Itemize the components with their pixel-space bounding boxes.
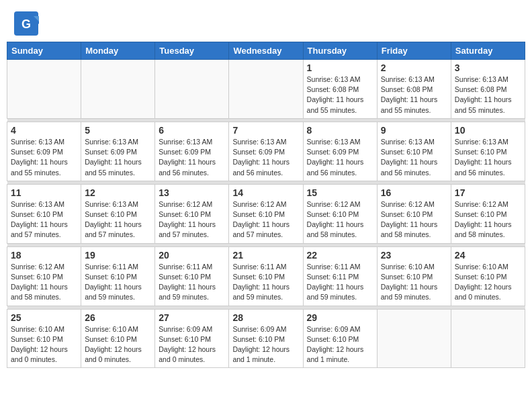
day-header-thursday: Thursday	[303, 42, 377, 60]
day-info: Sunrise: 6:13 AM Sunset: 6:08 PM Dayligh…	[381, 75, 447, 116]
calendar-cell: 14Sunrise: 6:12 AM Sunset: 6:10 PM Dayli…	[229, 184, 303, 243]
calendar-cell: 8Sunrise: 6:13 AM Sunset: 6:09 PM Daylig…	[303, 122, 377, 181]
day-info: Sunrise: 6:13 AM Sunset: 6:09 PM Dayligh…	[85, 137, 151, 178]
calendar-cell: 18Sunrise: 6:12 AM Sunset: 6:10 PM Dayli…	[7, 246, 81, 306]
day-info: Sunrise: 6:13 AM Sunset: 6:08 PM Dayligh…	[455, 75, 521, 116]
calendar-cell: 5Sunrise: 6:13 AM Sunset: 6:09 PM Daylig…	[81, 122, 155, 181]
calendar-header-row: SundayMondayTuesdayWednesdayThursdayFrid…	[7, 42, 525, 60]
day-info: Sunrise: 6:12 AM Sunset: 6:10 PM Dayligh…	[381, 199, 447, 240]
calendar-cell: 16Sunrise: 6:12 AM Sunset: 6:10 PM Dayli…	[377, 184, 451, 243]
calendar-cell: 6Sunrise: 6:13 AM Sunset: 6:09 PM Daylig…	[155, 122, 229, 181]
calendar-cell: 24Sunrise: 6:10 AM Sunset: 6:10 PM Dayli…	[451, 246, 525, 306]
calendar-cell	[377, 309, 451, 368]
day-number: 9	[381, 125, 447, 136]
calendar-cell	[451, 309, 525, 368]
day-info: Sunrise: 6:10 AM Sunset: 6:10 PM Dayligh…	[455, 262, 521, 303]
week-row-4: 18Sunrise: 6:12 AM Sunset: 6:10 PM Dayli…	[7, 246, 525, 306]
calendar-cell: 26Sunrise: 6:10 AM Sunset: 6:10 PM Dayli…	[81, 309, 155, 368]
day-number: 19	[85, 250, 151, 261]
calendar-cell: 12Sunrise: 6:13 AM Sunset: 6:10 PM Dayli…	[81, 184, 155, 243]
calendar-cell: 9Sunrise: 6:13 AM Sunset: 6:10 PM Daylig…	[377, 122, 451, 181]
calendar-cell: 11Sunrise: 6:13 AM Sunset: 6:10 PM Dayli…	[7, 184, 81, 243]
day-number: 15	[307, 187, 373, 198]
svg-text:G: G	[21, 17, 31, 31]
day-header-wednesday: Wednesday	[229, 42, 303, 60]
calendar-cell: 29Sunrise: 6:09 AM Sunset: 6:10 PM Dayli…	[303, 309, 377, 368]
calendar-cell: 23Sunrise: 6:10 AM Sunset: 6:10 PM Dayli…	[377, 246, 451, 306]
day-info: Sunrise: 6:13 AM Sunset: 6:10 PM Dayligh…	[11, 199, 77, 240]
calendar-cell: 2Sunrise: 6:13 AM Sunset: 6:08 PM Daylig…	[377, 60, 451, 119]
day-info: Sunrise: 6:10 AM Sunset: 6:10 PM Dayligh…	[381, 262, 447, 303]
day-info: Sunrise: 6:09 AM Sunset: 6:10 PM Dayligh…	[159, 324, 225, 365]
calendar-cell: 13Sunrise: 6:12 AM Sunset: 6:10 PM Dayli…	[155, 184, 229, 243]
day-info: Sunrise: 6:09 AM Sunset: 6:10 PM Dayligh…	[307, 324, 373, 365]
day-number: 18	[11, 250, 77, 261]
week-row-5: 25Sunrise: 6:10 AM Sunset: 6:10 PM Dayli…	[7, 309, 525, 368]
calendar-cell: 28Sunrise: 6:09 AM Sunset: 6:10 PM Dayli…	[229, 309, 303, 368]
day-number: 13	[159, 187, 225, 198]
day-number: 7	[232, 125, 299, 136]
week-row-2: 4Sunrise: 6:13 AM Sunset: 6:09 PM Daylig…	[7, 122, 525, 181]
day-number: 2	[381, 62, 447, 73]
day-info: Sunrise: 6:09 AM Sunset: 6:10 PM Dayligh…	[232, 324, 299, 365]
day-number: 20	[159, 250, 225, 261]
day-info: Sunrise: 6:12 AM Sunset: 6:10 PM Dayligh…	[232, 199, 299, 240]
calendar-cell: 15Sunrise: 6:12 AM Sunset: 6:10 PM Dayli…	[303, 184, 377, 243]
day-number: 29	[307, 312, 373, 323]
day-info: Sunrise: 6:13 AM Sunset: 6:10 PM Dayligh…	[455, 137, 521, 178]
calendar-cell: 3Sunrise: 6:13 AM Sunset: 6:08 PM Daylig…	[451, 60, 525, 119]
day-number: 21	[232, 250, 299, 261]
day-info: Sunrise: 6:13 AM Sunset: 6:09 PM Dayligh…	[159, 137, 225, 178]
day-number: 14	[232, 187, 299, 198]
day-number: 23	[381, 250, 447, 261]
day-header-friday: Friday	[377, 42, 451, 60]
page-header: G	[0, 0, 532, 39]
calendar-cell: 1Sunrise: 6:13 AM Sunset: 6:08 PM Daylig…	[303, 60, 377, 119]
logo: G	[13, 11, 42, 36]
day-info: Sunrise: 6:13 AM Sunset: 6:10 PM Dayligh…	[381, 137, 447, 178]
calendar-table: SundayMondayTuesdayWednesdayThursdayFrid…	[7, 42, 525, 368]
day-number: 1	[307, 62, 373, 73]
calendar-cell: 20Sunrise: 6:11 AM Sunset: 6:10 PM Dayli…	[155, 246, 229, 306]
day-info: Sunrise: 6:11 AM Sunset: 6:10 PM Dayligh…	[232, 262, 299, 303]
calendar-cell: 21Sunrise: 6:11 AM Sunset: 6:10 PM Dayli…	[229, 246, 303, 306]
day-number: 3	[455, 62, 521, 73]
day-header-tuesday: Tuesday	[155, 42, 229, 60]
day-info: Sunrise: 6:12 AM Sunset: 6:10 PM Dayligh…	[159, 199, 225, 240]
day-header-sunday: Sunday	[7, 42, 81, 60]
day-info: Sunrise: 6:12 AM Sunset: 6:10 PM Dayligh…	[307, 199, 373, 240]
day-number: 26	[85, 312, 151, 323]
day-info: Sunrise: 6:13 AM Sunset: 6:09 PM Dayligh…	[232, 137, 299, 178]
calendar-cell: 7Sunrise: 6:13 AM Sunset: 6:09 PM Daylig…	[229, 122, 303, 181]
day-number: 24	[455, 250, 521, 261]
calendar-cell	[229, 60, 303, 119]
week-row-3: 11Sunrise: 6:13 AM Sunset: 6:10 PM Dayli…	[7, 184, 525, 243]
day-info: Sunrise: 6:11 AM Sunset: 6:10 PM Dayligh…	[85, 262, 151, 303]
day-number: 27	[159, 312, 225, 323]
day-info: Sunrise: 6:13 AM Sunset: 6:09 PM Dayligh…	[11, 137, 77, 178]
calendar-cell: 4Sunrise: 6:13 AM Sunset: 6:09 PM Daylig…	[7, 122, 81, 181]
calendar-cell: 22Sunrise: 6:11 AM Sunset: 6:11 PM Dayli…	[303, 246, 377, 306]
day-number: 28	[232, 312, 299, 323]
day-number: 17	[455, 187, 521, 198]
day-number: 22	[307, 250, 373, 261]
calendar-cell	[155, 60, 229, 119]
calendar-cell: 19Sunrise: 6:11 AM Sunset: 6:10 PM Dayli…	[81, 246, 155, 306]
day-number: 25	[11, 312, 77, 323]
calendar-cell	[7, 60, 81, 119]
day-number: 6	[159, 125, 225, 136]
day-info: Sunrise: 6:10 AM Sunset: 6:10 PM Dayligh…	[85, 324, 151, 365]
calendar-container: SundayMondayTuesdayWednesdayThursdayFrid…	[7, 42, 525, 368]
day-header-monday: Monday	[81, 42, 155, 60]
calendar-cell: 17Sunrise: 6:12 AM Sunset: 6:10 PM Dayli…	[451, 184, 525, 243]
day-info: Sunrise: 6:13 AM Sunset: 6:10 PM Dayligh…	[85, 199, 151, 240]
calendar-cell: 25Sunrise: 6:10 AM Sunset: 6:10 PM Dayli…	[7, 309, 81, 368]
day-number: 10	[455, 125, 521, 136]
day-info: Sunrise: 6:12 AM Sunset: 6:10 PM Dayligh…	[455, 199, 521, 240]
day-info: Sunrise: 6:13 AM Sunset: 6:09 PM Dayligh…	[307, 137, 373, 178]
day-info: Sunrise: 6:10 AM Sunset: 6:10 PM Dayligh…	[11, 324, 77, 365]
day-info: Sunrise: 6:11 AM Sunset: 6:10 PM Dayligh…	[159, 262, 225, 303]
day-header-saturday: Saturday	[451, 42, 525, 60]
day-number: 12	[85, 187, 151, 198]
day-number: 8	[307, 125, 373, 136]
